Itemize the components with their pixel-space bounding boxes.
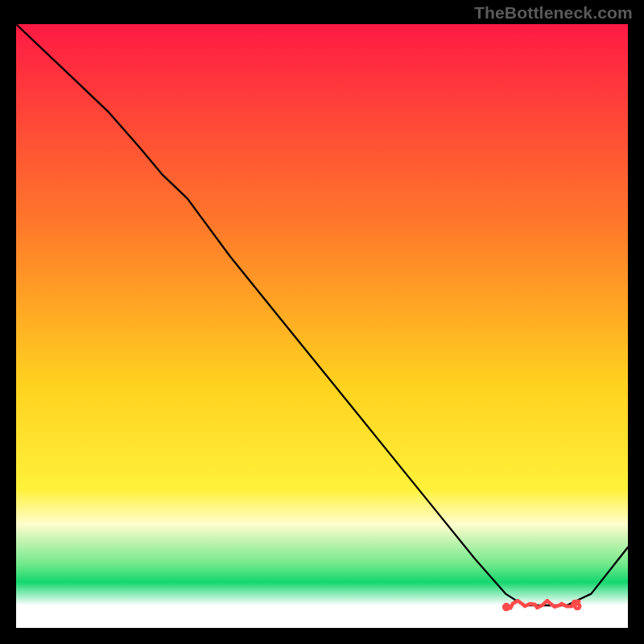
chart-container: TheBottleneck.com <box>0 0 644 644</box>
gradient-background <box>16 24 628 628</box>
chart-plot <box>16 24 628 628</box>
watermark-text: TheBottleneck.com <box>474 3 633 23</box>
